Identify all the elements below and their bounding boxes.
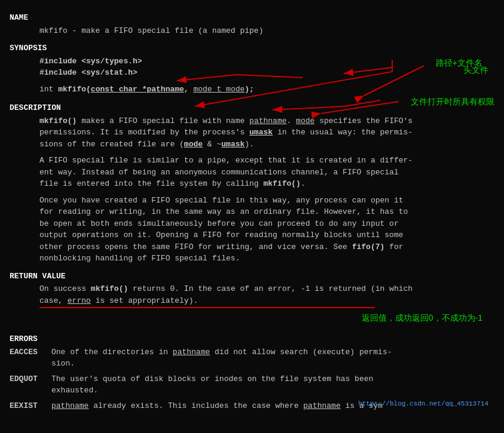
- sig-comma: ,: [184, 85, 194, 94]
- eacces-pathname: pathname: [173, 348, 210, 357]
- eacces-code: EACCES: [10, 346, 51, 370]
- include1: #include <sys/types.h>: [39, 56, 327, 67]
- desc-para1: mkfifo() makes a FIFO special file with …: [39, 115, 494, 151]
- synopsis-section: SYNOPSIS #include <sys/types.h> #include…: [10, 42, 494, 95]
- annotation-path-container: 路径+文件名: [436, 57, 482, 70]
- return-underline: [39, 307, 375, 308]
- synopsis-heading: SYNOPSIS: [10, 42, 494, 54]
- sig-func: mkfifo(: [58, 85, 91, 94]
- error-eacces: EACCES One of the directories in pathnam…: [10, 346, 494, 370]
- desc-umask1: umask: [249, 128, 273, 137]
- edquot-text: The user's quota of disk blocks or inode…: [51, 373, 373, 397]
- return-heading-text: RETURN VALUE: [10, 272, 66, 281]
- return-annotation-container: 返回值，成功返回0，不成功为-1: [362, 312, 482, 325]
- eexist-pathname2: pathname: [303, 401, 340, 410]
- edquot-code: EDQUOT: [10, 373, 51, 397]
- svg-line-1: [344, 67, 392, 73]
- desc-p2-end: .: [301, 179, 306, 188]
- signature-line: int mkfifo(const char *pathname, mode_t …: [39, 84, 315, 96]
- desc-para2: A FIFO special file is similar to a pipe…: [39, 155, 494, 190]
- return-content: On success mkfifo() returns 0. In the ca…: [10, 283, 494, 306]
- sig-close: );: [245, 85, 254, 94]
- desc-fifo7: fifo(7): [352, 242, 385, 251]
- desc-mode1: mode: [296, 116, 314, 125]
- desc-mkfifo1: mkfifo(): [39, 116, 77, 125]
- name-section: NAME mkfifo - make a FIFO special file (…: [10, 12, 494, 36]
- return-heading: RETURN VALUE: [10, 271, 494, 282]
- annotation-mode-text: 文件打开时所具有权限: [411, 97, 494, 106]
- desc-p1-text2: makes a FIFO special file with name: [77, 116, 249, 125]
- sig-int: int: [39, 85, 58, 94]
- sig-const: const char *pathname: [91, 85, 184, 94]
- error-edquot: EDQUOT The user's quota of disk blocks o…: [10, 373, 494, 397]
- eacces-text: One of the directories in pathname did n…: [51, 346, 392, 370]
- ret-errno: errno: [68, 296, 91, 305]
- return-text: On success mkfifo() returns 0. In the ca…: [39, 283, 494, 306]
- annotation-path-text: 路径+文件名: [436, 58, 482, 67]
- desc-p1-text6: & ~: [203, 140, 221, 149]
- desc-umask2: umask: [221, 140, 245, 149]
- name-heading: NAME: [10, 12, 494, 24]
- desc-mode2: mode: [184, 140, 203, 149]
- description-section: DESCRIPTION mkfifo() makes a FIFO specia…: [10, 102, 494, 265]
- desc-para3: Once you have created a FIFO special fil…: [39, 195, 494, 265]
- ret-text3: is set appropriately).: [91, 296, 198, 305]
- annotation-mode-container: 文件打开时所具有权限: [411, 96, 494, 109]
- desc-mkfifo2: mkfifo(): [263, 179, 300, 188]
- name-content: mkfifo - make a FIFO special file (a nam…: [39, 25, 494, 37]
- desc-p2-text: A FIFO special file is similar to a pipe…: [39, 156, 413, 188]
- eexist-pathname1: pathname: [51, 401, 88, 410]
- sig-mode: mode_t mode: [193, 85, 245, 94]
- footer-url: https://blog.csdn.net/qq_45313714: [358, 399, 488, 409]
- desc-p1-text7: ).: [245, 140, 254, 149]
- mode-arrow: [399, 102, 405, 125]
- ret-mkfifo: mkfifo(): [91, 284, 128, 293]
- desc-p1-text3: .: [287, 116, 297, 125]
- eexist-text: pathname already exists. This includes t…: [51, 400, 383, 412]
- include2: #include <sys/stat.h>: [39, 67, 327, 79]
- eexist-code: EEXIST: [10, 400, 51, 412]
- return-annotation-text: 返回值，成功返回0，不成功为-1: [362, 313, 482, 323]
- page-wrapper: NAME mkfifo - make a FIFO special file (…: [10, 12, 494, 411]
- return-value-section: RETURN VALUE On success mkfifo() returns…: [10, 271, 494, 307]
- errors-heading: ERRORS: [10, 333, 494, 345]
- desc-pathname1: pathname: [249, 116, 286, 125]
- ret-text1: On success: [39, 284, 91, 293]
